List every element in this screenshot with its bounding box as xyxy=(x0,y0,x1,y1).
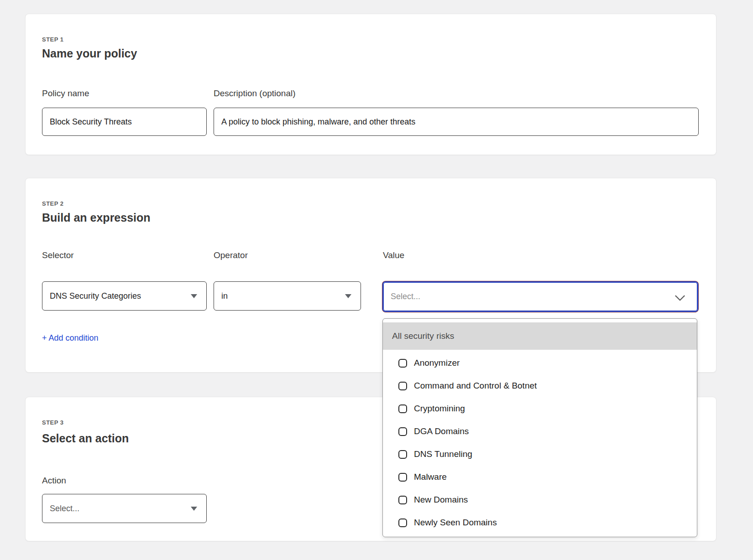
value-combobox[interactable]: Select... xyxy=(382,281,698,312)
option-label: Newly Seen Domains xyxy=(414,518,497,528)
option-checkbox[interactable] xyxy=(398,473,407,482)
option-checkbox[interactable] xyxy=(398,404,407,413)
option-label: New Domains xyxy=(414,495,468,505)
option-label: Cryptomining xyxy=(414,404,465,414)
operator-select-value: in xyxy=(221,291,228,301)
dropdown-option-row[interactable]: Command and Control & Botnet xyxy=(383,374,697,397)
value-combobox-placeholder: Select... xyxy=(383,292,420,301)
option-label: DNS Tunneling xyxy=(414,449,472,459)
action-label: Action xyxy=(42,476,66,486)
dropdown-option-row[interactable]: DGA Domains xyxy=(383,420,697,443)
dropdown-option-row[interactable]: DNS Tunneling xyxy=(383,443,697,466)
selector-label: Selector xyxy=(42,250,74,260)
selector-select-value: DNS Security Categories xyxy=(50,291,141,301)
dropdown-option-row[interactable]: Cryptomining xyxy=(383,397,697,420)
option-checkbox[interactable] xyxy=(398,359,407,368)
step2-label: STEP 2 xyxy=(42,200,64,207)
step2-title: Build an expression xyxy=(42,211,151,224)
description-label: Description (optional) xyxy=(214,88,296,99)
option-label: DGA Domains xyxy=(414,426,469,436)
dropdown-option-row[interactable]: Anonymizer xyxy=(383,352,697,374)
action-select-placeholder: Select... xyxy=(50,504,79,513)
option-checkbox[interactable] xyxy=(398,427,407,436)
step3-title: Select an action xyxy=(42,432,129,445)
option-checkbox[interactable] xyxy=(398,450,407,459)
step1-title: Name your policy xyxy=(42,47,137,60)
option-label: Anonymizer xyxy=(414,358,460,368)
step3-label: STEP 3 xyxy=(42,419,64,426)
value-dropdown-panel: All security risks Anonymizer Command an… xyxy=(382,318,697,537)
value-label: Value xyxy=(383,250,404,260)
option-checkbox[interactable] xyxy=(398,382,407,390)
operator-select[interactable]: in xyxy=(214,281,361,311)
dropdown-arrow-icon xyxy=(191,294,197,298)
dropdown-arrow-icon xyxy=(345,294,351,298)
add-condition-link[interactable]: + Add condition xyxy=(42,333,99,343)
description-input[interactable] xyxy=(214,108,699,136)
dropdown-option-row[interactable]: Newly Seen Domains xyxy=(383,511,697,534)
dropdown-option-row[interactable]: Malware xyxy=(383,466,697,488)
chevron-down-icon xyxy=(675,290,685,301)
step1-label: STEP 1 xyxy=(42,36,64,43)
selector-select[interactable]: DNS Security Categories xyxy=(42,281,207,311)
option-checkbox[interactable] xyxy=(398,496,407,504)
dropdown-option-row[interactable]: New Domains xyxy=(383,488,697,511)
dropdown-option-all-security-risks[interactable]: All security risks xyxy=(383,322,697,350)
action-select[interactable]: Select... xyxy=(42,494,207,523)
option-label: Command and Control & Botnet xyxy=(414,381,537,391)
operator-label: Operator xyxy=(214,250,248,260)
dropdown-arrow-icon xyxy=(191,507,197,511)
dropdown-options-list: Anonymizer Command and Control & Botnet … xyxy=(383,352,697,534)
option-checkbox[interactable] xyxy=(398,519,407,527)
step1-card: STEP 1 Name your policy Policy name Desc… xyxy=(25,14,716,155)
option-label: Malware xyxy=(414,472,447,482)
policy-name-label: Policy name xyxy=(42,88,89,99)
policy-name-input[interactable] xyxy=(42,108,207,136)
